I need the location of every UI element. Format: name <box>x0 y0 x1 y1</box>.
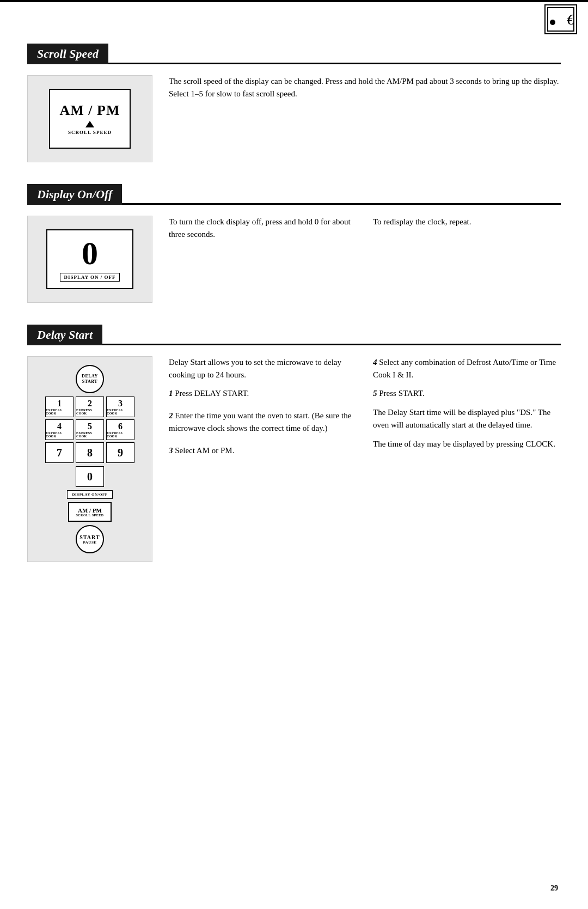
display-onoff-text-right: To redisplay the clock, repeat. <box>373 216 561 303</box>
keypad-ampm: AM / PM SCROLL SPEED <box>68 502 112 522</box>
delay-start-section: Delay Start DELAY START 1 EXPRES <box>27 325 561 562</box>
key-9: 9 <box>106 442 134 463</box>
delay-note1: The Delay Start time will be displayed p… <box>373 406 561 432</box>
key-8: 8 <box>76 442 104 463</box>
ampm-triangle <box>85 121 94 127</box>
key-5: 5 EXPRESS COOK <box>76 419 104 440</box>
display-device: 0 DISPLAY ON / OFF <box>27 216 152 303</box>
key-2: 2 EXPRESS COOK <box>76 396 104 417</box>
main-content: Scroll Speed AM / PM SCROLL SPEED The sc… <box>0 0 588 617</box>
delay-note2: The time of day may be displayed by pres… <box>373 438 561 450</box>
scroll-speed-header: Scroll Speed <box>27 44 108 64</box>
delay-start-title: Delay Start <box>37 328 93 342</box>
keypad-grid: 1 EXPRESS COOK 2 EXPRESS COOK 3 EXPRESS … <box>45 396 134 463</box>
keypad-display-onoff: DISPLAY ON/OFF <box>67 490 112 499</box>
display-onoff-text-left: To turn the clock display off, press and… <box>169 216 357 303</box>
scroll-speed-body: AM / PM SCROLL SPEED The scroll speed of… <box>27 75 561 162</box>
step-2: 2 Enter the time you want the oven to st… <box>169 410 357 435</box>
display-zero: 0 <box>82 237 98 270</box>
page-number: 29 <box>550 884 558 893</box>
delay-intro: Delay Start allows you to set the microw… <box>169 356 357 382</box>
key-7: 7 <box>45 442 74 463</box>
scroll-speed-text: The scroll speed of the display can be c… <box>169 75 561 162</box>
delay-start-body: DELAY START 1 EXPRESS COOK 2 EXPRESS COO… <box>27 356 561 562</box>
display-sublabel: DISPLAY ON / OFF <box>60 273 119 282</box>
top-right-logo: € <box>544 4 577 34</box>
key-1: 1 EXPRESS COOK <box>45 396 74 417</box>
display-pad: 0 DISPLAY ON / OFF <box>46 229 133 289</box>
ampm-pad: AM / PM SCROLL SPEED <box>49 89 131 149</box>
step-5: 5 Press START. <box>373 387 561 400</box>
svg-text:€: € <box>567 11 574 28</box>
delay-start-header: Delay Start <box>27 325 102 345</box>
step-3: 3 Select AM or PM. <box>169 444 357 457</box>
keypad-zero-row: 0 <box>76 466 104 487</box>
keypad: DELAY START 1 EXPRESS COOK 2 EXPRESS COO… <box>45 365 134 553</box>
ampm-sublabel: SCROLL SPEED <box>68 130 112 135</box>
scroll-speed-title: Scroll Speed <box>37 47 99 61</box>
delay-start-button: DELAY START <box>76 365 104 393</box>
step-4: 4 Select any combination of Defrost Auto… <box>373 356 561 382</box>
keypad-start: START PAUSE <box>76 525 104 553</box>
ampm-label: AM / PM <box>60 102 120 119</box>
scroll-speed-section: Scroll Speed AM / PM SCROLL SPEED The sc… <box>27 44 561 162</box>
display-onoff-section: Display On/Off 0 DISPLAY ON / OFF To tur… <box>27 184 561 303</box>
display-onoff-header: Display On/Off <box>27 184 122 205</box>
delay-start-text-left: Delay Start allows you to set the microw… <box>169 356 357 562</box>
key-6: 6 EXPRESS COOK <box>106 419 134 440</box>
key-4: 4 EXPRESS COOK <box>45 419 74 440</box>
display-onoff-title: Display On/Off <box>37 187 112 202</box>
display-onoff-body: 0 DISPLAY ON / OFF To turn the clock dis… <box>27 216 561 303</box>
key-0: 0 <box>76 466 104 487</box>
delay-start-text-right: 4 Select any combination of Defrost Auto… <box>373 356 561 562</box>
svg-point-2 <box>550 20 555 25</box>
key-3: 3 EXPRESS COOK <box>106 396 134 417</box>
step-1: 1 Press DELAY START. <box>169 387 357 400</box>
ampm-device: AM / PM SCROLL SPEED <box>27 75 152 162</box>
top-border <box>0 0 588 2</box>
keypad-container: DELAY START 1 EXPRESS COOK 2 EXPRESS COO… <box>27 356 152 562</box>
